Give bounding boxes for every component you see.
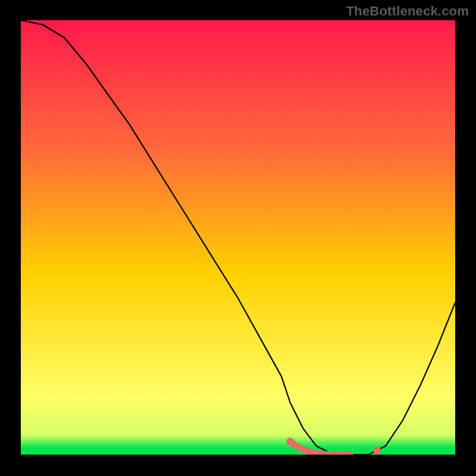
plot-frame bbox=[21, 20, 455, 455]
gradient-background bbox=[21, 20, 455, 455]
chart-container: TheBottleneck.com bbox=[0, 0, 476, 476]
chart-svg bbox=[21, 20, 455, 455]
watermark-text: TheBottleneck.com bbox=[346, 4, 469, 19]
optimal-range-endcap bbox=[373, 446, 381, 454]
optimal-range-endcap bbox=[286, 438, 294, 446]
